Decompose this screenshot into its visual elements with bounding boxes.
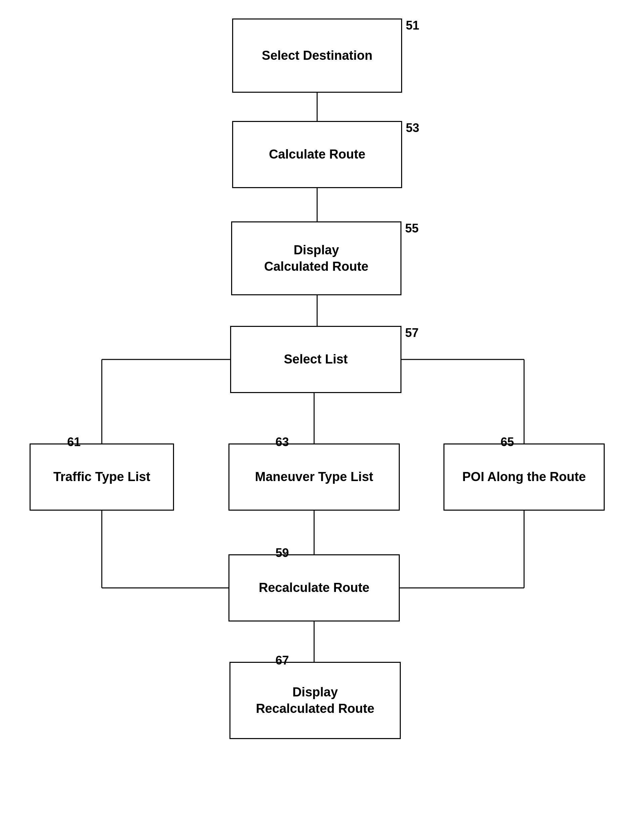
- display-calculated-route-label: DisplayCalculated Route: [264, 242, 368, 275]
- poi-along-route-label: POI Along the Route: [462, 469, 586, 485]
- calculate-route-label: Calculate Route: [269, 146, 365, 162]
- ref-63: 63: [276, 435, 289, 449]
- calculate-route-box: Calculate Route: [232, 121, 402, 188]
- traffic-type-list-box: Traffic Type List: [29, 443, 174, 510]
- display-recalculated-route-label: DisplayRecalculated Route: [256, 684, 374, 717]
- recalculate-route-label: Recalculate Route: [259, 579, 369, 596]
- select-destination-label: Select Destination: [262, 48, 372, 64]
- select-destination-box: Select Destination: [232, 18, 402, 93]
- select-list-box: Select List: [230, 326, 402, 393]
- maneuver-type-list-label: Maneuver Type List: [255, 469, 373, 485]
- ref-53: 53: [406, 121, 419, 135]
- ref-67: 67: [276, 653, 289, 668]
- select-list-label: Select List: [284, 351, 348, 368]
- ref-65: 65: [501, 435, 514, 449]
- recalculate-route-box: Recalculate Route: [228, 554, 400, 621]
- ref-55: 55: [405, 221, 419, 236]
- display-recalculated-route-box: DisplayRecalculated Route: [230, 662, 401, 739]
- maneuver-type-list-box: Maneuver Type List: [228, 443, 400, 510]
- display-calculated-route-box: DisplayCalculated Route: [231, 221, 402, 295]
- traffic-type-list-label: Traffic Type List: [54, 469, 150, 485]
- poi-along-route-box: POI Along the Route: [443, 443, 605, 510]
- ref-59: 59: [276, 546, 289, 560]
- flowchart-diagram: Select Destination 51 Calculate Route 53…: [0, 0, 644, 814]
- ref-61: 61: [67, 435, 81, 449]
- ref-57: 57: [405, 326, 419, 340]
- ref-51: 51: [406, 18, 419, 32]
